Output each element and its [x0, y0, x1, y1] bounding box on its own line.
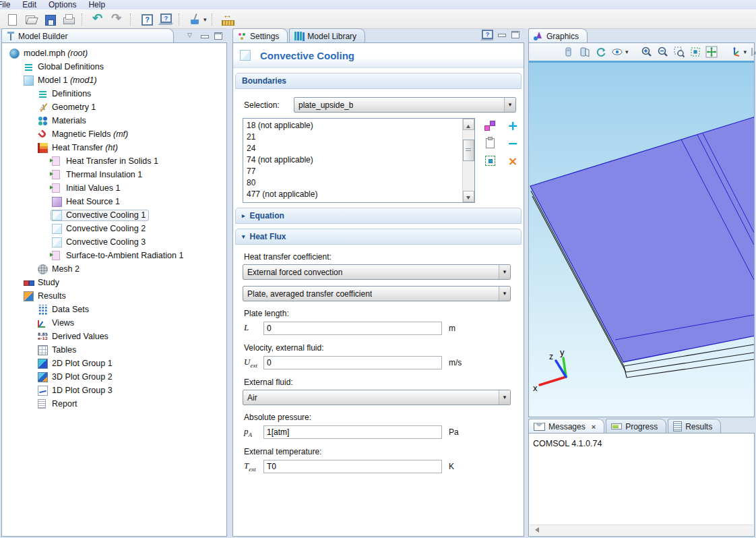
measure-icon[interactable] — [221, 12, 236, 27]
tree-item-magnetic-fields[interactable]: Magnetic Fields (mf) — [2, 127, 226, 141]
tree-item-derived-values[interactable]: Derived Values — [2, 330, 226, 343]
tab-results[interactable]: Results — [668, 419, 721, 434]
tab-progress[interactable]: Progress — [606, 419, 666, 434]
tree-item-tables[interactable]: Tables — [2, 343, 226, 357]
external-temperature-input[interactable] — [263, 460, 442, 473]
clear-all-icon[interactable] — [188, 12, 203, 27]
tree-item-definitions[interactable]: Definitions — [2, 87, 226, 100]
tree-item-surface-to-ambient-radiation-1[interactable]: Surface-to-Ambient Radiation 1 — [2, 249, 226, 262]
chevron-down-icon[interactable]: ▾ — [744, 49, 747, 55]
tree-item-study[interactable]: Study — [2, 276, 226, 289]
selection-dropdown[interactable]: plate_upside_b ▾ — [294, 97, 516, 113]
rotate-view-icon[interactable] — [595, 45, 607, 59]
boundary-list-item[interactable]: 80 — [243, 177, 462, 189]
tree-item-convective-cooling-2[interactable]: Convective Cooling 2 — [2, 222, 226, 235]
transparency-icon[interactable] — [579, 45, 591, 59]
tree-item-materials[interactable]: Materials — [2, 114, 226, 127]
save-icon[interactable] — [42, 12, 57, 27]
boundary-list-item[interactable]: 18 (not applicable) — [243, 120, 462, 131]
tree-item-convective-cooling-1[interactable]: Convective Cooling 1 — [2, 208, 226, 222]
panel-sash[interactable] — [227, 28, 232, 538]
add-to-selection-icon[interactable] — [505, 118, 520, 133]
tree-item-model-mph[interactable]: model.mph (root) — [2, 47, 226, 60]
menu-options[interactable]: Options — [42, 0, 82, 9]
section-boundaries[interactable]: Boundaries — [235, 73, 522, 89]
tab-model-library[interactable]: Model Library — [289, 28, 365, 43]
zoom-in-icon[interactable] — [641, 45, 653, 59]
undo-icon[interactable] — [91, 12, 106, 27]
tree-item-initial-values-1[interactable]: Initial Values 1 — [2, 181, 226, 195]
tab-messages[interactable]: Messages × — [528, 419, 604, 434]
tree-item-results[interactable]: Results — [2, 289, 226, 303]
velocity-input[interactable] — [263, 356, 442, 369]
zoom-to-selection-icon[interactable] — [482, 153, 497, 168]
tree-item-thermal-insulation-1[interactable]: Thermal Insulation 1 — [2, 168, 226, 181]
menu-help[interactable]: Help — [82, 0, 111, 9]
zoom-box-icon[interactable] — [673, 45, 685, 59]
tree-item-model-1[interactable]: Model 1 (mod1) — [2, 73, 226, 87]
chevron-down-icon[interactable]: ▾ — [203, 16, 207, 23]
clear-selection-icon[interactable] — [505, 153, 520, 168]
boundary-listbox[interactable]: 18 (not applicable)212474 (not applicabl… — [243, 118, 475, 203]
context-help-icon[interactable] — [158, 12, 173, 27]
panel-help-icon[interactable] — [481, 30, 493, 40]
redo-icon[interactable] — [110, 12, 125, 27]
absolute-pressure-input[interactable] — [263, 425, 442, 439]
minimize-icon[interactable] — [200, 32, 210, 40]
print-icon[interactable] — [61, 12, 76, 27]
menu-file[interactable]: File — [0, 0, 16, 9]
zoom-selected-icon[interactable] — [689, 45, 701, 59]
tab-settings[interactable]: Settings — [232, 28, 288, 43]
tree-item-heat-transfer-in-solids-1[interactable]: Heat Transfer in Solids 1 — [2, 154, 226, 168]
horizontal-scrollbar[interactable] — [530, 525, 753, 535]
minimize-icon[interactable] — [497, 31, 507, 39]
go-to-view-icon[interactable] — [730, 45, 742, 59]
section-equation[interactable]: ▸ Equation — [235, 208, 522, 224]
scrollbar-thumb[interactable] — [463, 140, 474, 161]
tab-graphics[interactable]: Graphics — [528, 28, 588, 43]
tree-item-heat-transfer[interactable]: Heat Transfer (ht) — [2, 141, 226, 154]
tree-item-geometry-1[interactable]: Geometry 1 — [2, 100, 226, 114]
plate-length-input[interactable] — [263, 322, 442, 335]
tree-item-data-sets[interactable]: Data Sets — [2, 303, 226, 316]
visibility-icon[interactable] — [611, 45, 623, 59]
tree-item-global-definitions[interactable]: Global Definitions — [2, 60, 226, 73]
listbox-scrollbar[interactable] — [462, 119, 474, 202]
tree-item-heat-source-1[interactable]: Heat Source 1 — [2, 195, 226, 208]
scroll-down-icon[interactable] — [463, 191, 474, 202]
open-icon[interactable] — [24, 12, 38, 27]
graphics-canvas[interactable]: x y z — [529, 61, 754, 417]
model-builder-tab[interactable]: Model Builder — [1, 28, 174, 43]
menu-edit[interactable]: Edit — [16, 0, 42, 9]
zoom-extents-icon[interactable] — [705, 45, 718, 59]
coefficient-type-dropdown[interactable]: External forced convection ▾ — [243, 264, 511, 280]
maximize-icon[interactable] — [511, 31, 520, 39]
external-fluid-dropdown[interactable]: Air ▾ — [243, 390, 511, 405]
tree-item-3d-plot-group-2[interactable]: 3D Plot Group 2 — [2, 370, 226, 384]
paste-selection-icon[interactable] — [482, 136, 497, 150]
scroll-up-icon[interactable] — [463, 119, 474, 130]
section-heat-flux[interactable]: ▾ Heat Flux — [235, 229, 522, 245]
remove-from-selection-icon[interactable] — [505, 136, 520, 150]
boundary-list-item[interactable]: 24 — [243, 143, 462, 154]
scene-light-icon[interactable] — [563, 45, 575, 59]
new-file-icon[interactable] — [5, 12, 20, 27]
tree-item-convective-cooling-3[interactable]: Convective Cooling 3 — [2, 235, 226, 249]
close-icon[interactable]: × — [592, 423, 596, 431]
dropdown-arrow-icon[interactable] — [187, 32, 196, 40]
tree-item-views[interactable]: Views — [2, 316, 226, 330]
boundary-list-item[interactable]: 77 — [243, 166, 462, 177]
active-selection-icon[interactable] — [482, 118, 497, 133]
boundary-list-item[interactable]: 477 (not applicable) — [243, 189, 462, 200]
tree-item-1d-plot-group-3[interactable]: 1D Plot Group 3 — [2, 384, 226, 397]
tree-item-report[interactable]: Report — [2, 397, 226, 411]
tree-item-2d-plot-group-1[interactable]: 2D Plot Group 1 — [2, 357, 226, 370]
help-icon[interactable] — [139, 12, 154, 27]
boundary-list-item[interactable]: 74 (not applicable) — [243, 154, 462, 166]
tree-item-mesh-2[interactable]: Mesh 2 — [2, 262, 226, 276]
xy-view-icon[interactable]: xy — [751, 45, 756, 59]
scroll-left-icon[interactable] — [530, 525, 540, 535]
maximize-icon[interactable] — [214, 32, 223, 40]
coefficient-model-dropdown[interactable]: Plate, averaged transfer coefficient ▾ — [243, 286, 511, 301]
chevron-down-icon[interactable]: ▾ — [625, 49, 629, 55]
